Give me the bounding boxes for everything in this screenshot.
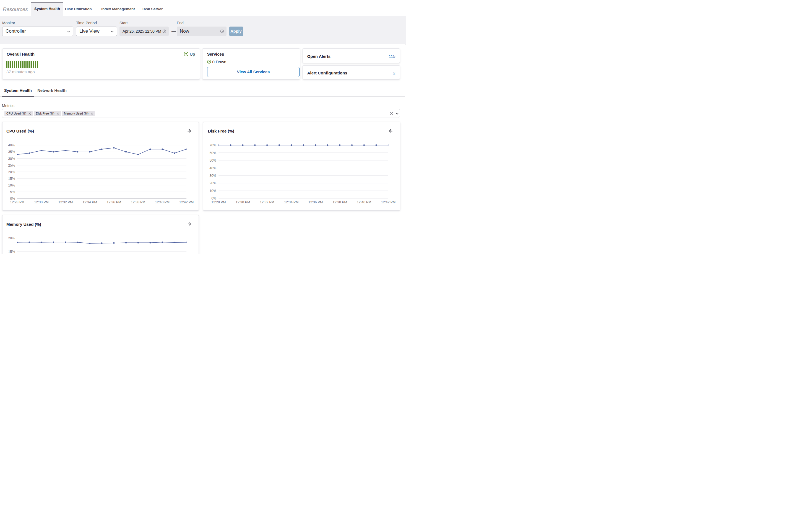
- svg-text:12:28 PM: 12:28 PM: [211, 200, 226, 204]
- svg-text:30%: 30%: [8, 157, 15, 161]
- svg-text:12:34 PM: 12:34 PM: [284, 200, 299, 204]
- svg-text:12:32 PM: 12:32 PM: [58, 200, 73, 204]
- svg-text:12:34 PM: 12:34 PM: [82, 200, 97, 204]
- svg-text:40%: 40%: [210, 166, 217, 170]
- svg-text:50%: 50%: [210, 159, 217, 162]
- svg-text:40%: 40%: [8, 143, 15, 147]
- svg-text:12:30 PM: 12:30 PM: [236, 200, 250, 204]
- svg-text:5%: 5%: [10, 190, 15, 194]
- svg-text:20%: 20%: [210, 181, 217, 185]
- svg-text:12:36 PM: 12:36 PM: [308, 200, 323, 204]
- svg-text:25%: 25%: [8, 164, 15, 167]
- svg-text:12:28 PM: 12:28 PM: [10, 200, 24, 204]
- svg-text:20%: 20%: [8, 170, 15, 174]
- svg-text:10%: 10%: [210, 189, 217, 193]
- svg-text:12:42 PM: 12:42 PM: [381, 200, 396, 204]
- svg-text:12:38 PM: 12:38 PM: [131, 200, 145, 204]
- svg-text:70%: 70%: [210, 143, 217, 147]
- svg-text:12:30 PM: 12:30 PM: [34, 200, 49, 204]
- svg-text:0%: 0%: [212, 197, 217, 200]
- svg-text:12:40 PM: 12:40 PM: [357, 200, 371, 204]
- svg-text:20%: 20%: [8, 236, 15, 240]
- svg-text:12:40 PM: 12:40 PM: [155, 200, 170, 204]
- svg-text:35%: 35%: [8, 150, 15, 154]
- svg-text:12:36 PM: 12:36 PM: [107, 200, 121, 204]
- svg-text:12:32 PM: 12:32 PM: [260, 200, 274, 204]
- svg-text:12:38 PM: 12:38 PM: [333, 200, 347, 204]
- svg-text:30%: 30%: [210, 174, 217, 178]
- svg-text:10%: 10%: [8, 183, 15, 187]
- svg-text:15%: 15%: [8, 250, 15, 254]
- svg-text:12:42 PM: 12:42 PM: [179, 200, 193, 204]
- svg-text:15%: 15%: [8, 177, 15, 181]
- svg-text:60%: 60%: [210, 151, 217, 155]
